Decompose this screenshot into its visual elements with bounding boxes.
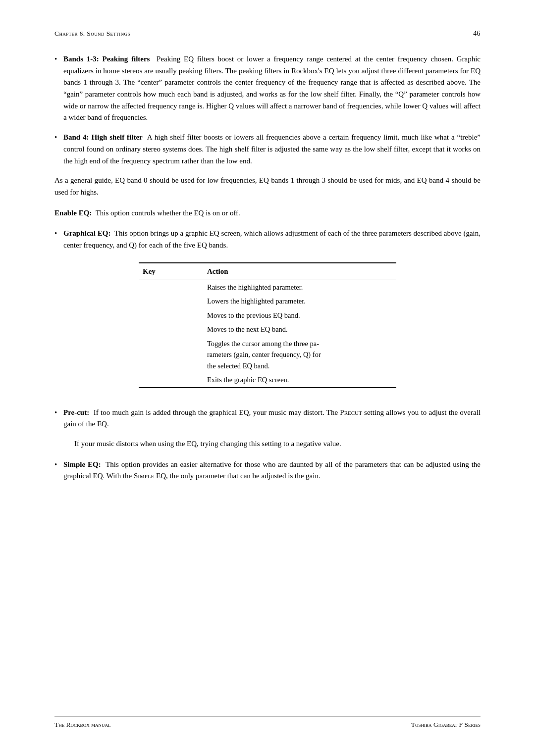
table-cell-action: Lowers the highlighted parameter. xyxy=(203,294,396,308)
table-row: Toggles the cursor among the three pa-ra… xyxy=(139,337,396,373)
bullet-bands13: • xyxy=(54,53,63,124)
keybinding-table-container: Key Action Raises the highlighted parame… xyxy=(139,262,396,392)
band4-content: Band 4: High shelf filter A high shelf f… xyxy=(63,132,481,167)
table-cell-key xyxy=(139,280,203,294)
band4-term: Band 4: High shelf filter xyxy=(63,133,143,141)
table-footer-cell xyxy=(139,388,396,392)
page: Chapter 6. Sound Settings 46 • Bands 1-3… xyxy=(0,0,535,756)
bullet-band4: • xyxy=(54,132,63,167)
table-cell-key xyxy=(139,337,203,373)
graphical-eq-content: Graphical EQ: This option brings up a gr… xyxy=(63,228,481,251)
table-row: Moves to the previous EQ band. xyxy=(139,308,396,322)
graphical-eq-block: • Graphical EQ: This option brings up a … xyxy=(54,228,481,251)
table-cell-action: Moves to the previous EQ band. xyxy=(203,308,396,322)
simple-smallcaps: Simple xyxy=(134,472,154,480)
graphical-eq-body: This option brings up a graphic EQ scree… xyxy=(63,229,481,249)
list-item-bands13: • Bands 1-3: Peaking filters Peaking EQ … xyxy=(54,53,481,124)
table-cell-action: Exits the graphic EQ screen. xyxy=(203,373,396,387)
precut-content: Pre-cut: If too much gain is added throu… xyxy=(63,407,481,430)
bullet-precut: • xyxy=(54,407,63,430)
page-footer: The Rockbox manual Toshiba Gigabeat F Se… xyxy=(54,716,481,729)
table-row: Moves to the next EQ band. xyxy=(139,322,396,336)
simple-eq-content: Simple EQ: This option provides an easie… xyxy=(63,459,481,482)
main-content: • Bands 1-3: Peaking filters Peaking EQ … xyxy=(54,53,481,482)
precut-term: Pre-cut: xyxy=(63,408,89,416)
table-cell-action: Moves to the next EQ band. xyxy=(203,322,396,336)
table-cell-action: Toggles the cursor among the three pa-ra… xyxy=(203,337,396,373)
table-row: Exits the graphic EQ screen. xyxy=(139,373,396,387)
enable-eq-term: Enable EQ: xyxy=(54,209,92,217)
precut-body2: If your music distorts when using the EQ… xyxy=(74,438,481,450)
chapter-title: Chapter 6. Sound Settings xyxy=(54,30,130,38)
table-row: Lowers the highlighted parameter. xyxy=(139,294,396,308)
graphical-eq-term: Graphical EQ: xyxy=(63,229,110,237)
keybinding-table: Key Action Raises the highlighted parame… xyxy=(139,262,396,392)
table-cell-key xyxy=(139,322,203,336)
page-number: 46 xyxy=(473,30,481,38)
bands13-term: Bands 1-3: Peaking filters xyxy=(63,55,150,63)
bands13-content: Bands 1-3: Peaking filters Peaking EQ fi… xyxy=(63,53,481,124)
bullet-graphical-eq: • xyxy=(54,228,63,251)
simple-eq-block: • Simple EQ: This option provides an eas… xyxy=(54,459,481,482)
table-header-row: Key Action xyxy=(139,263,396,280)
footer-right: Toshiba Gigabeat F Series xyxy=(411,721,481,729)
page-header: Chapter 6. Sound Settings 46 xyxy=(54,30,481,38)
bullet-simple-eq: • xyxy=(54,459,63,482)
table-cell-key xyxy=(139,373,203,387)
table-cell-action: Raises the highlighted parameter. xyxy=(203,280,396,294)
bands13-body: Peaking EQ filters boost or lower a freq… xyxy=(63,55,481,121)
list-item-band4: • Band 4: High shelf filter A high shelf… xyxy=(54,132,481,167)
footer-left: The Rockbox manual xyxy=(54,721,111,729)
table-cell-key xyxy=(139,308,203,322)
precut-block: • Pre-cut: If too much gain is added thr… xyxy=(54,407,481,430)
precut-smallcaps: Precut xyxy=(340,408,362,416)
table-row: Raises the highlighted parameter. xyxy=(139,280,396,294)
table-footer-row xyxy=(139,388,396,392)
col-header-action: Action xyxy=(203,263,396,280)
simple-eq-term: Simple EQ: xyxy=(63,460,101,468)
general-guide-para: As a general guide, EQ band 0 should be … xyxy=(54,175,481,198)
table-cell-key xyxy=(139,294,203,308)
enable-eq-para: Enable EQ: This option controls whether … xyxy=(54,207,481,219)
col-header-key: Key xyxy=(139,263,203,280)
